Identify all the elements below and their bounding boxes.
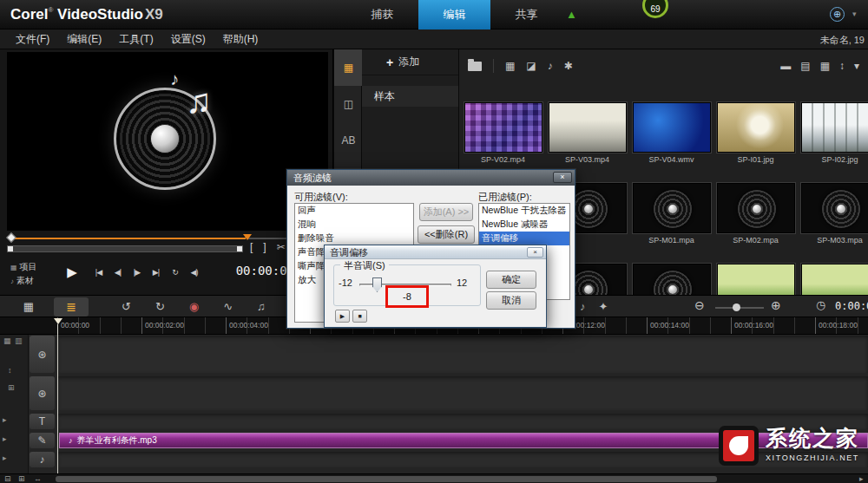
storyboard-view-button[interactable]: ▦ (12, 298, 45, 316)
redo-icon[interactable]: ↻ (155, 298, 165, 316)
overlay-track-lane[interactable] (57, 376, 868, 410)
show-effects-icon[interactable]: ✱ (564, 60, 573, 72)
show-photos-icon[interactable]: ◪ (526, 60, 536, 72)
list-view-icon[interactable]: ▬ (780, 60, 791, 72)
home-button[interactable]: |◀ (90, 260, 107, 284)
track-layout-icon[interactable]: ▥ (15, 336, 23, 345)
zoom-out-icon[interactable]: ⊖ (694, 298, 705, 312)
preview-play-button[interactable]: ▶ (335, 310, 350, 323)
applied-filter[interactable]: NewBlue 干扰去除器 (479, 204, 569, 218)
menu-edit[interactable]: 编辑(E) (58, 32, 110, 47)
library-item[interactable]: SP-V03.mp4 (545, 102, 629, 164)
close-icon[interactable]: × (553, 172, 572, 183)
media-library-icon[interactable]: ▦ (334, 49, 363, 86)
repeat-button[interactable]: ↻ (167, 260, 183, 284)
menu-help[interactable]: 帮助(H) (214, 32, 267, 47)
globe-icon[interactable]: ⊕ (830, 7, 845, 22)
transitions-icon[interactable]: AB (334, 122, 363, 159)
volume-button[interactable]: ◀) (186, 260, 202, 284)
playhead[interactable] (54, 318, 62, 324)
record-capture-icon[interactable]: ◉ (189, 298, 199, 316)
trim-bar[interactable] (7, 245, 243, 252)
auto-music-icon[interactable]: ♫ (257, 298, 266, 316)
track-toggle-icon[interactable]: ▸ (3, 415, 7, 424)
applied-filter[interactable]: 音调偏移 (479, 232, 569, 245)
library-item[interactable] (629, 264, 713, 295)
scroll-range-icon[interactable]: ↔ (34, 474, 42, 483)
track-tool-icon[interactable]: ✦ (599, 298, 608, 316)
zoom-slider-thumb[interactable] (733, 304, 740, 311)
overlay-track-icon[interactable]: ⊛ (30, 376, 55, 410)
previous-frame-button[interactable]: ◀| (109, 260, 126, 284)
close-icon[interactable]: × (527, 247, 543, 258)
timeline-view-button[interactable]: ≣ (54, 297, 89, 317)
next-frame-button[interactable]: |▶ (128, 260, 145, 284)
ok-button[interactable]: 确定 (486, 271, 536, 289)
menu-file[interactable]: 文件(F) (7, 32, 58, 47)
library-item[interactable] (798, 264, 868, 295)
menu-settings[interactable]: 设置(S) (162, 32, 214, 47)
library-item[interactable]: SP-V04.wmv (629, 102, 713, 164)
thumbnail-view-icon[interactable]: ▦ (820, 60, 830, 72)
track-toggle-icon[interactable]: ▸ (3, 454, 7, 462)
preview-video-area[interactable]: ♫ ♪ (7, 52, 328, 231)
upload-arrow-icon[interactable]: ▲ (566, 8, 577, 21)
end-button[interactable]: ▶| (148, 260, 164, 284)
filter-option[interactable]: 混响 (295, 218, 413, 232)
track-manager-icon[interactable]: ▦ (3, 336, 11, 345)
tab-share[interactable]: 共享 (490, 0, 562, 29)
split-clip-button[interactable]: ✂ (277, 241, 286, 253)
dialog-title-bar[interactable]: 音调偏移 × (325, 245, 546, 259)
show-videos-icon[interactable]: ▦ (505, 60, 515, 72)
timeline-scrollbar[interactable]: ⊟ ⊞ ↔ ▸ (0, 473, 868, 483)
library-item[interactable]: SP-M03.mpa (798, 183, 868, 245)
applied-filter[interactable]: NewBlue 减噪器 (479, 218, 569, 232)
browse-folder-icon[interactable] (468, 62, 482, 71)
dialog-title-bar[interactable]: 音频滤镜 × (287, 170, 575, 186)
filter-option[interactable]: 删除噪音 (295, 232, 413, 245)
track-toggle-icon[interactable]: ▸ (3, 434, 7, 443)
chevron-down-icon[interactable]: ▾ (852, 10, 857, 18)
more-options-icon[interactable]: ▾ (854, 60, 859, 72)
clip-end-marker[interactable] (243, 234, 252, 240)
project-mode[interactable]: ▦项目 (10, 260, 37, 274)
mark-in-button[interactable]: [ (250, 241, 253, 253)
tab-edit[interactable]: 编辑 (418, 0, 490, 29)
add-track-icon[interactable]: ⊞ (8, 383, 15, 392)
audio-tool-icon[interactable]: ♪ (580, 298, 586, 316)
zoom-in-icon[interactable]: ⊕ (771, 298, 781, 312)
trim-end-handle[interactable] (237, 246, 242, 251)
play-button[interactable]: ▶ (61, 260, 83, 284)
fit-project-icon[interactable]: ⊟ (4, 474, 11, 483)
video-track-lane[interactable] (57, 336, 868, 373)
instant-project-icon[interactable]: ◫ (334, 86, 363, 122)
music-track-icon[interactable]: ♪ (30, 452, 55, 467)
library-item[interactable]: SP-I01.jpg (713, 102, 798, 164)
cancel-button[interactable]: 取消 (486, 291, 536, 310)
library-item[interactable]: SP-M01.mpa (629, 183, 713, 245)
undo-icon[interactable]: ↺ (122, 298, 131, 316)
trim-start-handle[interactable] (8, 246, 13, 251)
scroll-lock-icon[interactable]: ↕ (8, 366, 12, 375)
add-folder-row[interactable]: + 添加 (362, 49, 458, 75)
preview-stop-button[interactable]: ■ (352, 310, 367, 323)
show-audio-icon[interactable]: ♪ (548, 60, 553, 72)
playhead-marker[interactable] (54, 318, 62, 324)
sample-folder-item[interactable]: 样本 (362, 86, 458, 107)
voice-track-icon[interactable]: ✎ (30, 433, 55, 448)
library-item[interactable]: SP-M02.mpa (713, 183, 798, 245)
sound-mixer-icon[interactable]: ∿ (223, 298, 233, 316)
mark-out-button[interactable]: ] (263, 241, 266, 253)
library-item[interactable]: SP-V02.mp4 (461, 102, 545, 164)
library-item[interactable]: SP-I02.jpg (798, 102, 868, 164)
sort-icon[interactable]: ↕ (839, 60, 845, 72)
scrollbar-thumb[interactable] (56, 476, 717, 482)
duration-clock-icon[interactable]: ◷ (816, 298, 825, 311)
video-track-icon[interactable]: ⊛ (30, 336, 55, 373)
scroll-right-arrow-icon[interactable]: ▸ (859, 474, 864, 483)
tab-capture[interactable]: 捕获 (346, 0, 418, 29)
filter-option[interactable]: 回声 (295, 204, 413, 218)
seek-handle[interactable] (6, 232, 16, 242)
title-track-icon[interactable]: T (30, 414, 55, 429)
library-item[interactable] (713, 264, 798, 295)
